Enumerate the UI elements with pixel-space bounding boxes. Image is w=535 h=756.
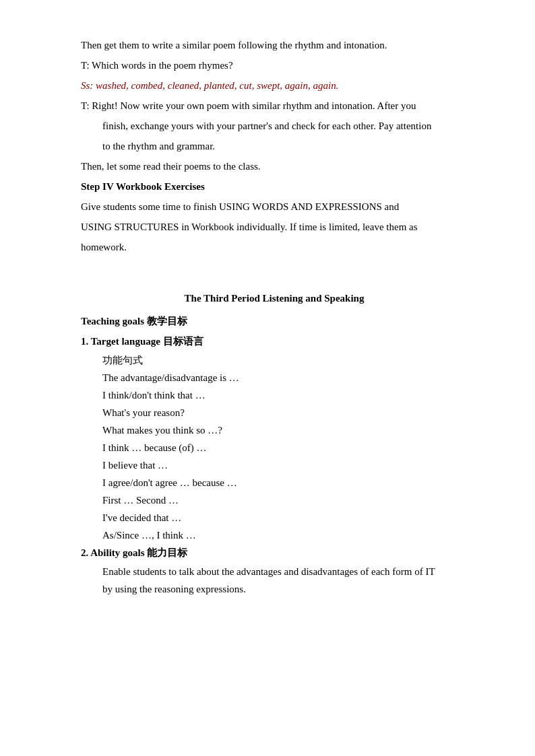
phrase1: The advantage/disadvantage is … <box>102 370 468 386</box>
phrase6: I believe that … <box>102 457 468 473</box>
phrase5: I think … because (of) … <box>102 440 468 456</box>
phrase2: I think/don't think that … <box>102 387 468 403</box>
line1: Then get them to write a similar poem fo… <box>81 37 468 53</box>
phrase10: As/Since …, I think … <box>102 527 468 543</box>
step-body1: Give students some time to finish USING … <box>81 199 468 215</box>
teaching-goals: Teaching goals 教学目标 <box>81 313 468 329</box>
phrase3: What's your reason? <box>102 405 468 421</box>
ability-body2: by using the reasoning expressions. <box>102 581 468 597</box>
phrase4: What makes you think so …? <box>102 422 468 438</box>
third-period-title: The Third Period Listening and Speaking <box>81 290 468 306</box>
功能句式: 功能句式 <box>102 352 468 368</box>
line3-italic: Ss: washed, combed, cleaned, planted, cu… <box>81 77 468 94</box>
ability-body1: Enable students to talk about the advant… <box>102 563 468 580</box>
line4: T: Right! Now write your own poem with s… <box>81 98 468 114</box>
target-lang-heading: 1. Target language 目标语言 <box>81 333 468 349</box>
phrase9: I've decided that … <box>102 510 468 526</box>
step-body2: USING STRUCTURES in Workbook individuall… <box>81 219 468 235</box>
phrase7: I agree/don't agree … because … <box>102 475 468 491</box>
phrase8: First … Second … <box>102 492 468 508</box>
step-body3: homework. <box>81 239 468 255</box>
page-content: Then get them to write a similar poem fo… <box>81 37 468 597</box>
line2: T: Which words in the poem rhymes? <box>81 57 468 73</box>
step-heading: Step IV Workbook Exercises <box>81 178 468 195</box>
line4-indent1: finish, exchange yours with your partner… <box>102 118 468 134</box>
ability-goals-heading: 2. Ability goals 能力目标 <box>81 545 468 561</box>
line5: Then, let some read their poems to the c… <box>81 158 468 174</box>
line4-indent2: to the rhythm and grammar. <box>102 138 468 154</box>
